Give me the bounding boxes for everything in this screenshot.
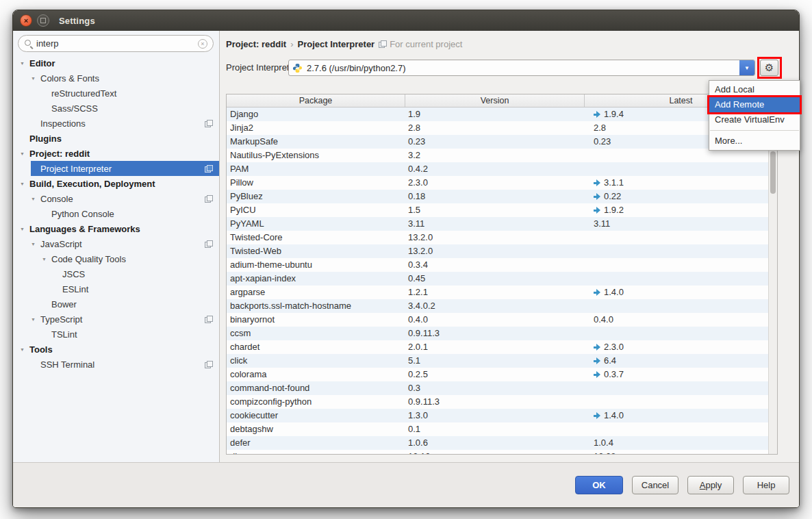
ok-button[interactable]: OK [575, 476, 623, 494]
cell-package: MarkupSafe [227, 135, 405, 149]
expand-arrow-icon[interactable]: ▼ [20, 61, 29, 66]
table-row[interactable]: chardet 2.0.1 2.3.0 [227, 340, 777, 354]
menu-item[interactable]: More... [709, 134, 800, 149]
table-row[interactable]: argparse 1.2.1 1.4.0 [227, 286, 777, 299]
tree-item[interactable]: ▼ Tools [13, 342, 219, 357]
latest-value: 1.9.2 [604, 203, 624, 217]
tree-item[interactable]: ▼ JavaScript [13, 236, 219, 251]
interpreter-select[interactable]: 2.7.6 (/usr/bin/python2.7) ▼ [288, 60, 755, 76]
table-row[interactable]: backports.ssl-match-hostname 3.4.0.2 [227, 299, 777, 313]
clear-search-icon[interactable]: × [198, 39, 207, 49]
tree-item-label: Build, Execution, Deployment [29, 179, 155, 189]
table-row[interactable]: Twisted-Web 13.2.0 [227, 244, 777, 258]
combo-dropdown-button[interactable]: ▼ [739, 60, 754, 75]
table-row[interactable]: PyICU 1.5 1.9.2 [227, 203, 777, 217]
package-table-body: Django 1.9 1.9.4 Jinja2 2.8 2.8 MarkupSa… [227, 107, 777, 455]
tree-item[interactable]: ESLint [13, 281, 219, 296]
expand-arrow-icon[interactable]: ▼ [31, 317, 40, 322]
expand-arrow-icon[interactable]: ▼ [20, 151, 29, 156]
cell-version: 3.11 [405, 217, 584, 231]
latest-value: 1.4.0 [604, 409, 624, 422]
tree-item[interactable]: JSCS [13, 266, 219, 281]
table-row[interactable]: Jinja2 2.8 2.8 [227, 121, 777, 135]
expand-arrow-icon[interactable]: ▼ [31, 76, 40, 81]
cell-version: 0.2.5 [405, 368, 584, 381]
cell-latest: 1.9.2 [584, 203, 777, 217]
cell-latest: 1.4.0 [584, 409, 777, 422]
column-header-version[interactable]: Version [405, 94, 584, 107]
cell-package: Nautilus-PyExtensions [227, 149, 405, 162]
tree-item[interactable]: ▼ Editor [13, 55, 219, 71]
table-row[interactable]: MarkupSafe 0.23 0.23 [227, 135, 777, 149]
cell-version: 2.0.1 [405, 340, 584, 354]
table-scrollbar[interactable] [768, 107, 777, 454]
interpreter-settings-button[interactable]: ⚙ [760, 60, 778, 76]
table-row[interactable]: Twisted-Core 13.2.0 [227, 231, 777, 244]
tree-item[interactable]: Bower [13, 296, 219, 312]
menu-item[interactable]: Add Local [709, 82, 800, 97]
cancel-button[interactable]: Cancel [632, 476, 678, 494]
tree-item-label: Console [40, 194, 73, 204]
close-button[interactable]: × [20, 14, 32, 27]
latest-value: 2.8 [594, 121, 606, 135]
maximize-icon [40, 18, 46, 23]
table-row[interactable]: ccsm 0.9.11.3 [227, 327, 777, 340]
cell-latest [584, 422, 777, 436]
search-box[interactable]: × [18, 35, 214, 52]
cell-version: 0.1 [405, 422, 584, 436]
help-button[interactable]: Help [743, 476, 789, 494]
table-row[interactable]: Pillow 2.3.0 3.1.1 [227, 176, 777, 190]
table-row[interactable]: Django 1.9 1.9.4 [227, 107, 777, 121]
table-row[interactable]: apt-xapian-index 0.45 [227, 272, 777, 286]
cell-version: 2.8 [405, 121, 584, 135]
table-row[interactable]: Nautilus-PyExtensions 3.2 [227, 149, 777, 162]
tree-item[interactable]: Python Console [13, 206, 219, 221]
search-input[interactable] [36, 38, 198, 49]
expand-arrow-icon[interactable]: ▼ [20, 227, 29, 231]
tree-item[interactable]: ▼ Languages & Frameworks [13, 221, 219, 236]
table-row[interactable]: PAM 0.4.2 [227, 162, 777, 176]
table-row[interactable]: colorama 0.2.5 0.3.7 [227, 368, 777, 381]
table-row[interactable]: binaryornot 0.4.0 0.4.0 [227, 313, 777, 327]
scrollbar-thumb[interactable] [770, 151, 776, 194]
tree-item[interactable]: ▼ Colors & Fonts [13, 71, 219, 86]
table-row[interactable]: cookiecutter 1.3.0 1.4.0 [227, 409, 777, 422]
expand-arrow-icon[interactable]: ▼ [42, 257, 51, 262]
column-header-package[interactable]: Package [227, 94, 405, 107]
table-row[interactable]: PyYAML 3.11 3.11 [227, 217, 777, 231]
table-row[interactable]: click 5.1 6.4 [227, 354, 777, 368]
expand-arrow-icon[interactable]: ▼ [31, 242, 40, 246]
table-row[interactable]: PyBluez 0.18 0.22 [227, 190, 777, 203]
expand-arrow-icon[interactable]: ▼ [31, 197, 40, 201]
apply-button[interactable]: Apply [687, 476, 734, 494]
table-row[interactable]: debtagshw 0.1 [227, 422, 777, 436]
menu-item[interactable]: Add Remote [709, 97, 800, 112]
tree-item[interactable]: Inspections [13, 116, 219, 131]
tree-item[interactable]: Project Interpreter [13, 161, 219, 176]
tree-item[interactable]: SSH Terminal [13, 357, 219, 372]
sidebar: × ▼ Editor ▼ Colors & Fonts reStructured… [13, 31, 220, 462]
table-row[interactable]: command-not-found 0.3 [227, 381, 777, 395]
tree-item[interactable]: ▼ Build, Execution, Deployment [13, 176, 219, 191]
page-icon [205, 120, 212, 127]
page-icon [205, 195, 212, 203]
table-row[interactable]: adium-theme-ubuntu 0.3.4 [227, 258, 777, 272]
table-row[interactable]: defer 1.0.6 1.0.4 [227, 436, 777, 450]
tree-item[interactable]: TSLint [13, 327, 219, 342]
tree-item[interactable]: ▼ TypeScript [13, 312, 219, 327]
tree-item[interactable]: Sass/SCSS [13, 101, 219, 116]
tree-item[interactable]: ▼ Project: reddit [13, 146, 219, 161]
tree-item[interactable]: reStructuredText [13, 86, 219, 101]
tree-item-label: TSLint [51, 329, 77, 340]
table-row[interactable]: dirspec 13.10 13.08 [227, 450, 777, 455]
tree-item[interactable]: ▼ Code Quality Tools [13, 251, 219, 266]
expand-arrow-icon[interactable]: ▼ [20, 347, 29, 352]
latest-value: 2.3.0 [604, 340, 624, 354]
expand-arrow-icon[interactable]: ▼ [20, 181, 29, 186]
tree-item[interactable]: Plugins [13, 131, 219, 146]
maximize-button[interactable] [37, 14, 49, 27]
tree-item[interactable]: ▼ Console [13, 191, 219, 206]
menu-item-label: Create VirtualEnv [715, 114, 785, 125]
table-row[interactable]: compizconfig-python 0.9.11.3 [227, 395, 777, 409]
menu-item[interactable]: Create VirtualEnv [709, 112, 800, 127]
